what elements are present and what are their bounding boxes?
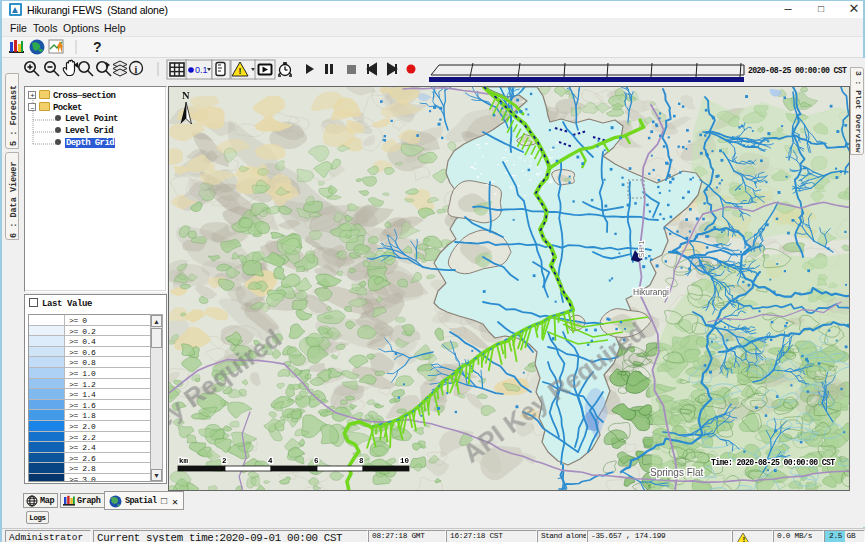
svg-text:6: 6 (314, 457, 319, 465)
svg-text:10: 10 (400, 457, 410, 465)
svg-text:!: ! (239, 66, 242, 76)
svg-text:SH 1: SH 1 (637, 240, 646, 258)
svg-text:4: 4 (268, 457, 273, 465)
svg-text:2020-08-25 00:00:00 CST: 2020-08-25 00:00:00 CST (748, 66, 847, 75)
svg-text:2: 2 (222, 457, 227, 465)
svg-text:Time: 2020-08-25 00:00:00 CST: Time: 2020-08-25 00:00:00 CST (711, 458, 835, 467)
svg-text:?: ? (93, 39, 102, 55)
svg-text:!: ! (742, 535, 747, 542)
svg-text:N: N (182, 90, 190, 101)
svg-text:Hikurangi: Hikurangi (633, 287, 669, 297)
svg-text:Springs Flat: Springs Flat (650, 467, 704, 478)
svg-text:km: km (179, 457, 189, 465)
svg-text:0.1: 0.1 (195, 65, 208, 75)
svg-text:i: i (135, 64, 138, 75)
svg-text:8: 8 (359, 457, 364, 465)
